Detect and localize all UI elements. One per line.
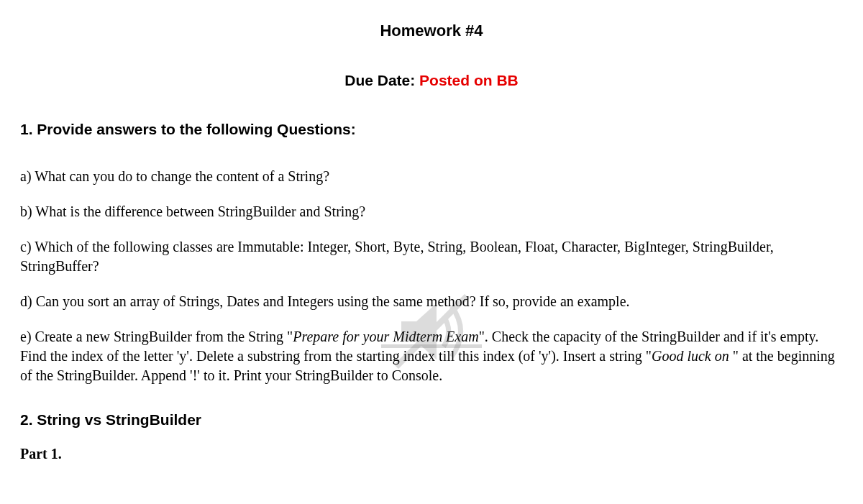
question-e-italic2: Good luck on — [652, 348, 733, 364]
question-d: d) Can you sort an array of Strings, Dat… — [20, 292, 843, 311]
homework-title: Homework #4 — [20, 22, 843, 40]
question-e-part1: e) Create a new StringBuilder from the S… — [20, 329, 293, 344]
due-date-value: Posted on BB — [419, 72, 519, 88]
due-date-line: Due Date: Posted on BB — [20, 72, 843, 89]
question-a: a) What can you do to change the content… — [20, 167, 843, 186]
due-date-label: Due Date: — [344, 72, 419, 88]
question-e: e) Create a new StringBuilder from the S… — [20, 327, 843, 385]
section-1-heading: 1. Provide answers to the following Ques… — [20, 121, 843, 138]
question-c: c) Which of the following classes are Im… — [20, 237, 843, 276]
question-e-italic1: Prepare for your Midterm Exam — [293, 329, 478, 344]
question-b: b) What is the difference between String… — [20, 202, 843, 221]
section-2-heading: 2. String vs StringBuilder — [20, 411, 843, 429]
part-1-label: Part 1. — [20, 446, 843, 462]
